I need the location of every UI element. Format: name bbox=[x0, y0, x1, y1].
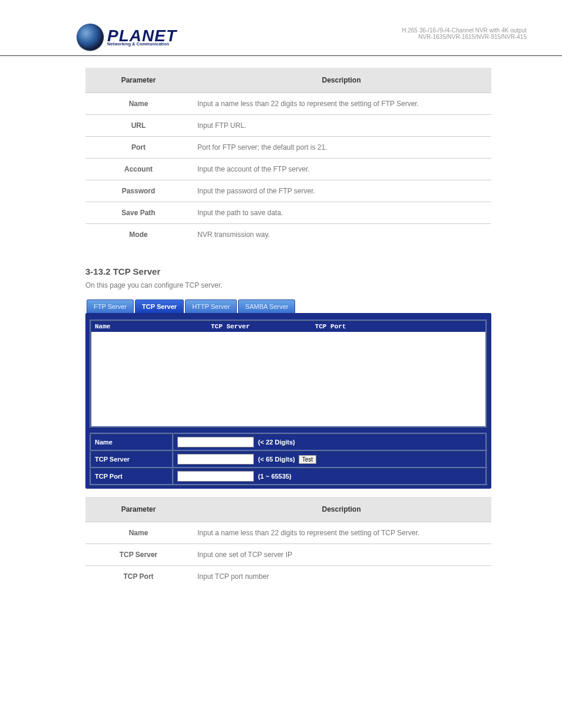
header-device-info: H.265 36-/16-/9-/4-Channel NVR with 4K o… bbox=[402, 24, 527, 40]
form-label-tcp-server: TCP Server bbox=[91, 451, 173, 468]
table-row-label: Name bbox=[85, 93, 191, 115]
table-row-label: Password bbox=[85, 180, 191, 202]
table-row-desc: Input a name less than 22 digits to repr… bbox=[191, 93, 491, 115]
table-row-label: Save Path bbox=[85, 202, 191, 224]
table-row-label: Port bbox=[85, 137, 191, 159]
th-description: Description bbox=[191, 497, 491, 522]
table-row-desc: Input the password of the FTP server. bbox=[191, 180, 491, 202]
table-row-desc: Input FTP URL. bbox=[191, 115, 491, 137]
ftp-parameter-table: Parameter Description NameInput a name l… bbox=[85, 68, 491, 245]
brand-name: PLANET bbox=[107, 28, 177, 43]
server-tabs: FTP Server TCP Server HTTP Server SAMBA … bbox=[87, 299, 491, 313]
test-button[interactable]: Test bbox=[299, 455, 316, 464]
section-desc-tcp: On this page you can configure TCP serve… bbox=[85, 280, 491, 291]
tab-ftp-server[interactable]: FTP Server bbox=[87, 299, 134, 313]
list-col-name: Name bbox=[95, 323, 177, 330]
name-input[interactable] bbox=[177, 437, 254, 447]
table-row-desc: Input TCP port number bbox=[191, 566, 491, 588]
tcp-server-input[interactable] bbox=[177, 454, 254, 465]
table-row-desc: Input a name less than 22 digits to repr… bbox=[191, 522, 491, 544]
tcp-port-input[interactable] bbox=[177, 471, 254, 482]
tcp-parameter-table: Parameter Description NameInput a name l… bbox=[85, 497, 491, 587]
table-row-label: TCP Server bbox=[85, 544, 191, 566]
brand-tagline: Networking & Communication bbox=[107, 42, 177, 46]
section-title-tcp: 3-13.2 TCP Server bbox=[85, 266, 491, 276]
table-row-label: Account bbox=[85, 159, 191, 180]
list-col-port: TCP Port bbox=[283, 323, 378, 330]
tab-http-server[interactable]: HTTP Server bbox=[185, 299, 237, 313]
tab-tcp-server[interactable]: TCP Server bbox=[135, 299, 184, 313]
table-row-desc: NVR transmission way. bbox=[191, 224, 491, 246]
table-row-label: URL bbox=[85, 115, 191, 137]
planet-globe-icon bbox=[77, 24, 104, 51]
table-row-label: Mode bbox=[85, 224, 191, 246]
tcp-port-hint: (1 ~ 65535) bbox=[258, 473, 292, 480]
form-label-tcp-port: TCP Port bbox=[91, 468, 173, 485]
table-row-desc: Input the path to save data. bbox=[191, 202, 491, 224]
th-parameter: Parameter bbox=[85, 68, 191, 93]
table-row-desc: Input one set of TCP server IP bbox=[191, 544, 491, 566]
name-hint: (< 22 Digits) bbox=[258, 439, 295, 446]
th-parameter: Parameter bbox=[85, 497, 191, 522]
table-row-desc: Input the account of the FTP server. bbox=[191, 159, 491, 180]
tcp-server-list[interactable] bbox=[91, 332, 485, 426]
tcp-server-panel: Name TCP Server TCP Port Name (< 22 Digi… bbox=[85, 313, 491, 489]
list-col-server: TCP Server bbox=[177, 323, 283, 330]
table-row-label: Name bbox=[85, 522, 191, 544]
table-row-label: TCP Port bbox=[85, 566, 191, 588]
tcp-server-hint: (< 65 Digits) bbox=[258, 456, 295, 463]
brand-logo: PLANET Networking & Communication bbox=[77, 24, 177, 51]
table-row-desc: Port for FTP server; the default port is… bbox=[191, 137, 491, 159]
tab-samba-server[interactable]: SAMBA Server bbox=[238, 299, 295, 313]
th-description: Description bbox=[191, 68, 491, 93]
form-label-name: Name bbox=[91, 434, 173, 451]
